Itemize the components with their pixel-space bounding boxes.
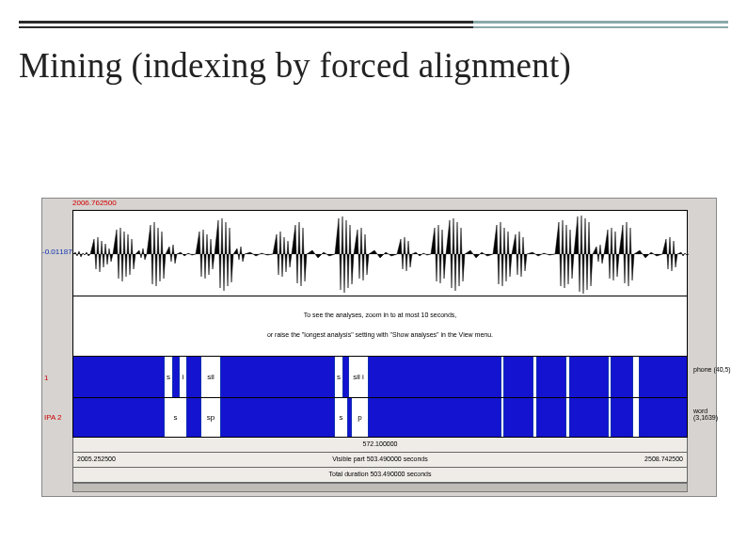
tier2-name: word (3,1639): [693, 408, 731, 421]
tier-label: [632, 398, 640, 437]
horizontal-scrollbar[interactable]: [72, 483, 688, 492]
tier-seg: [640, 398, 688, 437]
tier-seg: [504, 357, 532, 397]
tier-seg: [640, 357, 688, 397]
tier-label: s: [334, 357, 343, 397]
visible-bar[interactable]: 2005.252500 Visible part 503.490000 seco…: [72, 453, 688, 468]
tier-seg: [537, 357, 565, 397]
tier-seg: [504, 398, 532, 437]
tier-label: s: [334, 398, 348, 437]
waveform-svg: [73, 211, 689, 297]
phone-tier[interactable]: s i sil s sil i: [72, 357, 688, 398]
tier-seg: [537, 398, 565, 437]
tier-seg: [369, 398, 501, 437]
praat-editor: 2006.762500 -0.01187 -1: [41, 198, 717, 497]
selection-duration: 572.100000: [363, 440, 398, 447]
tier-label: i: [179, 357, 187, 397]
visible-start: 2005.252500: [77, 453, 116, 466]
total-bar[interactable]: Total duration 503.490000 seconds: [72, 468, 688, 483]
cursor-time: 2006.762500: [72, 199, 117, 207]
tier-label: p: [351, 398, 369, 437]
tier-seg: [612, 398, 632, 437]
tier-label: s: [164, 357, 173, 397]
tier2-index: IPA 2: [44, 413, 62, 422]
tier-seg: [570, 357, 608, 397]
tier-seg: [73, 398, 164, 437]
tier-seg: [570, 398, 608, 437]
tier1-index: 1: [44, 374, 48, 382]
word-tier[interactable]: s sp s p: [72, 398, 688, 438]
tier-seg: [187, 398, 200, 437]
tier-label: [632, 357, 640, 397]
tier-label: s: [164, 398, 187, 437]
tier-label: sil i: [348, 357, 369, 397]
waveform[interactable]: [72, 210, 688, 296]
tier-seg: [221, 398, 334, 437]
slide-title: Mining (indexing by forced alignment): [19, 45, 571, 86]
tier-label: sil: [200, 357, 221, 397]
border-accent: [473, 21, 728, 28]
total-duration: Total duration 503.490000 seconds: [329, 471, 432, 477]
tier-seg: [221, 357, 334, 397]
analysis-message: To see the analyses, zoom in to at most …: [72, 296, 688, 357]
slide-top-border: [19, 21, 728, 34]
visible-center: Visible part 503.490000 seconds: [332, 456, 427, 462]
border-dark: [19, 21, 473, 28]
analysis-msg-1: To see the analyses, zoom in to at most …: [73, 312, 687, 318]
tier-seg: [369, 357, 501, 397]
tier-label: sp: [200, 398, 221, 437]
amplitude-mid: -0.01187: [42, 248, 71, 256]
tier-seg: [612, 357, 632, 397]
selection-bar[interactable]: 572.100000: [72, 438, 688, 453]
analysis-msg-2: or raise the "longest analysis" setting …: [73, 331, 687, 338]
tier-seg: [73, 357, 164, 397]
tier1-name: phone (40,5): [693, 366, 731, 373]
visible-end: 2508.742500: [644, 453, 683, 466]
tier-seg: [187, 357, 200, 397]
